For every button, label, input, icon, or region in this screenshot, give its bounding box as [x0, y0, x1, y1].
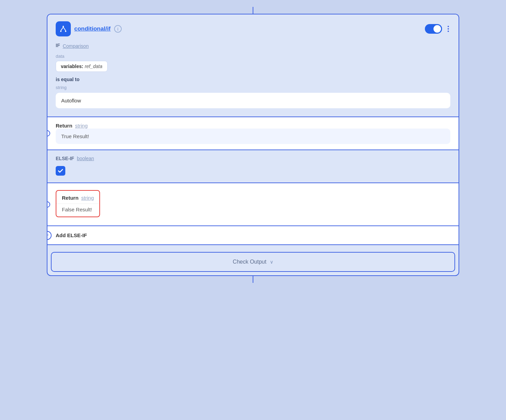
return-true-section: Return string True Result! [47, 117, 459, 150]
if-section: conditional/if i IF Compariso [47, 14, 459, 117]
return-false-header: Return string [56, 191, 99, 203]
return-true-connector-dot [47, 130, 50, 136]
return-false-section: Return string False Result! [47, 183, 459, 226]
checkmark-icon [58, 168, 63, 174]
return-false-value: False Result! [56, 203, 99, 217]
add-else-if-button[interactable]: + [47, 231, 52, 240]
panel-header: conditional/if i [56, 21, 450, 36]
equal-label: is equal to [56, 77, 450, 82]
if-value-input[interactable] [56, 93, 450, 108]
header-left: conditional/if i [56, 21, 122, 36]
bottom-connector [253, 276, 253, 283]
if-label: IF [56, 43, 60, 48]
add-else-if-label[interactable]: Add ELSE-IF [56, 232, 87, 238]
comparison-link[interactable]: Comparison [63, 43, 88, 49]
data-label: data [56, 54, 450, 59]
else-if-row: ELSE-IF boolean [56, 156, 450, 161]
return-false-connector-dot [47, 201, 50, 208]
return-true-value: True Result! [56, 129, 450, 144]
variable-key: variables: [61, 64, 83, 69]
node-title[interactable]: conditional/if [74, 25, 111, 32]
svg-point-0 [63, 26, 64, 27]
check-output-container: Check Output ∨ [47, 245, 459, 275]
info-icon[interactable]: i [114, 25, 122, 33]
svg-point-1 [60, 31, 62, 32]
else-if-section: ELSE-IF boolean [47, 150, 459, 183]
return-true-header-row: Return string [47, 117, 459, 129]
return-true-type[interactable]: string [75, 123, 88, 129]
node-icon [56, 21, 71, 36]
boolean-checkbox[interactable] [56, 166, 65, 176]
conditional-if-icon [59, 25, 67, 33]
more-menu-icon[interactable] [446, 24, 450, 33]
return-false-label: Return [62, 195, 78, 201]
svg-point-2 [65, 31, 66, 32]
return-false-inner-box: Return string False Result! [56, 190, 100, 217]
return-false-type[interactable]: string [81, 195, 94, 201]
check-output-button[interactable]: Check Output ∨ [51, 252, 455, 272]
else-if-label: ELSE-IF [56, 156, 74, 161]
string-label: string [56, 85, 450, 90]
header-right [425, 24, 450, 34]
check-output-label: Check Output [233, 259, 266, 265]
else-if-type[interactable]: boolean [77, 156, 94, 161]
chevron-down-icon: ∨ [270, 259, 273, 265]
main-container: conditional/if i IF Compariso [47, 7, 459, 283]
svg-line-3 [61, 27, 63, 31]
variable-value: ref_data [85, 64, 102, 69]
add-else-if-section: + Add ELSE-IF [47, 226, 459, 245]
if-row: IF Comparison [56, 43, 450, 49]
svg-line-4 [63, 27, 66, 31]
return-true-label: Return [56, 123, 72, 129]
toggle-switch[interactable] [425, 24, 442, 34]
main-panel: conditional/if i IF Compariso [47, 14, 459, 276]
top-connector [253, 7, 253, 14]
variable-chip: variables: ref_data [56, 61, 108, 72]
